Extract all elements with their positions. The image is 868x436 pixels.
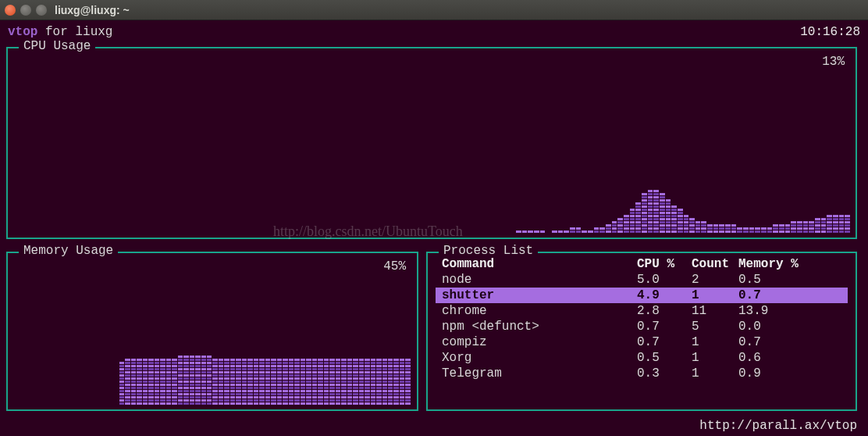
cell-count: 1 (692, 366, 738, 381)
chart-bar (701, 221, 706, 233)
chart-bar (247, 359, 252, 405)
close-icon[interactable] (5, 5, 16, 16)
chart-bar (671, 205, 677, 233)
cell-command: Xorg (442, 351, 637, 365)
chart-bar (635, 202, 641, 233)
chart-bar (707, 224, 713, 233)
col-count: Count (692, 257, 738, 271)
chart-bar (347, 359, 352, 405)
chart-bar (755, 227, 760, 233)
chart-bar (791, 221, 796, 233)
maximize-icon[interactable] (36, 5, 47, 16)
chart-bar (306, 359, 311, 405)
chart-bar (617, 218, 623, 233)
chart-bar (797, 221, 802, 233)
cell-cpu: 0.7 (637, 335, 692, 349)
chart-bar (594, 227, 599, 233)
chart-bar (767, 227, 773, 233)
chart-bar (528, 231, 533, 233)
cell-cpu: 0.7 (637, 320, 692, 334)
chart-bar (815, 218, 820, 233)
chart-bar (666, 199, 671, 233)
cpu-usage-panel: CPU Usage 13% (6, 47, 857, 239)
chart-bar (713, 224, 719, 233)
chart-bar (324, 359, 329, 405)
chart-bar (283, 359, 287, 405)
process-table[interactable]: Command CPU % Count Memory % node5.020.5… (436, 256, 848, 381)
chart-bar (143, 359, 148, 405)
chart-bar (183, 356, 188, 405)
table-row[interactable]: compiz0.710.7 (436, 334, 848, 350)
chart-bar (254, 359, 258, 405)
cell-command: compiz (442, 335, 637, 349)
terminal[interactable]: vtop for liuxg 10:16:28 CPU Usage 13% Me… (0, 20, 868, 436)
chart-bar (207, 356, 212, 405)
chart-bar (839, 215, 845, 233)
table-row[interactable]: shutter4.910.7 (436, 288, 848, 303)
cell-count: 1 (692, 351, 738, 365)
chart-bar (612, 221, 617, 233)
chart-bar (242, 359, 247, 405)
window-titlebar: liuxg@liuxg: ~ (0, 0, 868, 20)
chart-bar (353, 359, 358, 405)
cell-cpu: 2.8 (637, 304, 692, 318)
chart-bar (201, 356, 206, 405)
table-row[interactable]: chrome2.81113.9 (436, 303, 848, 319)
chart-bar (534, 231, 539, 233)
chart-bar (540, 231, 546, 233)
chart-bar (405, 359, 410, 405)
chart-bar (312, 359, 317, 405)
chart-bar (516, 231, 521, 233)
chart-bar (606, 224, 611, 233)
col-command: Command (442, 257, 637, 271)
chart-bar (588, 231, 593, 233)
chart-bar (845, 215, 850, 233)
chart-bar (731, 224, 737, 233)
chart-bar (630, 209, 635, 233)
table-row[interactable]: node5.020.5 (436, 272, 848, 288)
table-row[interactable]: Telegram0.310.9 (436, 366, 848, 381)
col-memory: Memory % (738, 257, 809, 271)
minimize-icon[interactable] (20, 5, 31, 16)
chart-bar (148, 359, 153, 405)
chart-bar (743, 227, 749, 233)
col-cpu: CPU % (637, 257, 692, 271)
process-table-header: Command CPU % Count Memory % (436, 256, 848, 272)
header-line: vtop for liuxg 10:16:28 (8, 25, 860, 39)
cell-memory: 13.9 (738, 304, 809, 318)
table-row[interactable]: Xorg0.510.6 (436, 350, 848, 366)
chart-bar (570, 227, 575, 233)
table-row[interactable]: npm <defunct>0.750.0 (436, 319, 848, 334)
chart-bar (341, 359, 346, 405)
chart-bar (289, 359, 293, 405)
chart-bar (653, 190, 659, 233)
cell-command: npm <defunct> (442, 320, 637, 334)
cell-memory: 0.7 (738, 288, 809, 302)
clock: 10:16:28 (800, 25, 860, 39)
cell-memory: 0.7 (738, 335, 809, 349)
chart-bar (827, 215, 832, 233)
chart-bar (582, 231, 587, 233)
chart-bar (365, 359, 369, 405)
chart-bar (318, 359, 322, 405)
mem-chart (14, 272, 411, 405)
chart-bar (224, 359, 229, 405)
footer-url: http://parall.ax/vtop (699, 419, 857, 433)
chart-bar (660, 193, 665, 233)
chart-bar (737, 227, 742, 233)
chart-bar (689, 218, 695, 233)
cell-command: shutter (442, 288, 637, 302)
chart-bar (558, 231, 564, 233)
chart-bar (552, 231, 557, 233)
cell-count: 11 (692, 304, 738, 318)
chart-bar (137, 359, 141, 405)
cell-count: 1 (692, 288, 738, 302)
chart-bar (779, 224, 784, 233)
memory-usage-panel: Memory Usage 45% (6, 252, 418, 411)
chart-bar (719, 224, 724, 233)
chart-bar (259, 359, 264, 405)
cell-memory: 0.6 (738, 351, 809, 365)
cell-memory: 0.0 (738, 320, 809, 334)
cell-count: 2 (692, 273, 738, 287)
cell-memory: 0.9 (738, 366, 809, 381)
